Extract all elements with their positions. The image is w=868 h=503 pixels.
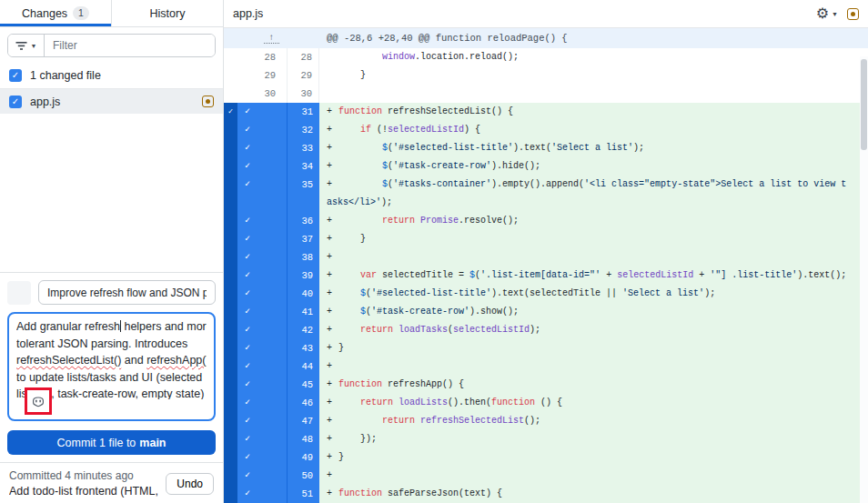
line-gutter[interactable]: ✓41 — [224, 303, 319, 321]
sidebar-tabs: Changes 1 History — [0, 0, 223, 27]
code-token: return — [360, 397, 393, 407]
new-line-number: 46 — [288, 394, 319, 412]
hunk-select-strip[interactable] — [224, 194, 237, 212]
hunk-select-strip[interactable]: ✓ — [224, 103, 237, 121]
hunk-select-strip[interactable] — [224, 430, 237, 448]
added-line-marker: + — [327, 467, 338, 485]
added-line-marker: + — [327, 430, 338, 448]
line-gutter[interactable]: ✓40 — [224, 285, 319, 303]
hunk-select-strip[interactable] — [224, 267, 237, 285]
line-include-checkbox[interactable]: ✓ — [237, 267, 288, 285]
line-include-checkbox[interactable]: ✓ — [237, 121, 288, 139]
hunk-select-strip[interactable] — [224, 212, 237, 230]
filter-input[interactable] — [45, 35, 215, 56]
line-gutter[interactable]: ✓47 — [224, 412, 319, 430]
line-include-checkbox[interactable]: ✓ — [237, 339, 288, 357]
gear-icon[interactable]: ⚙ — [816, 6, 829, 21]
code-token — [338, 288, 360, 298]
chevron-down-icon[interactable]: ▼ — [832, 11, 838, 17]
hunk-select-strip[interactable] — [224, 467, 237, 485]
avatar — [7, 281, 31, 305]
line-include-checkbox[interactable]: ✓ — [237, 467, 288, 485]
hunk-select-strip[interactable] — [224, 485, 237, 503]
hunk-select-strip[interactable] — [224, 248, 237, 267]
line-gutter[interactable]: ✓50 — [224, 467, 319, 485]
line-include-checkbox[interactable]: ✓ — [237, 212, 288, 230]
code-token: '"] .list-title' — [710, 270, 797, 280]
select-all-checkbox[interactable]: ✓ — [9, 69, 22, 82]
added-line-marker: + — [327, 139, 338, 157]
line-gutter[interactable]: ✓44 — [224, 357, 319, 376]
line-gutter[interactable]: ✓✓31 — [224, 103, 319, 121]
diff-scrollbar[interactable] — [860, 56, 868, 503]
line-include-checkbox[interactable]: ✓ — [237, 230, 288, 248]
scrollbar-thumb[interactable] — [861, 59, 867, 150]
hunk-select-strip[interactable] — [224, 230, 237, 248]
hunk-select-strip[interactable] — [224, 394, 237, 412]
line-include-checkbox[interactable]: ✓ — [237, 139, 288, 157]
code-line — [319, 85, 868, 103]
line-include-checkbox[interactable]: ✓ — [237, 357, 288, 376]
line-gutter[interactable]: ✓38 — [224, 248, 319, 267]
hunk-select-strip[interactable] — [224, 121, 237, 139]
line-include-checkbox[interactable]: ✓ — [237, 321, 288, 339]
line-include-checkbox[interactable]: ✓ — [237, 430, 288, 448]
filter-options-button[interactable]: ▼ — [8, 35, 45, 56]
misspelled-word: refreshSelectedList() — [16, 354, 121, 367]
code-line: + $('#task-create-row').hide(); — [319, 157, 868, 176]
line-include-checkbox[interactable]: ✓ — [237, 248, 288, 267]
hunk-select-strip[interactable] — [224, 321, 237, 339]
commit-button[interactable]: Commit 1 file to main — [7, 430, 216, 455]
line-include-checkbox[interactable]: ✓ — [237, 485, 288, 503]
hunk-select-strip[interactable] — [224, 412, 237, 430]
line-gutter: 3030 — [224, 85, 319, 103]
line-gutter[interactable]: ✓34 — [224, 157, 319, 176]
line-gutter[interactable]: ✓43 — [224, 339, 319, 357]
line-include-checkbox[interactable]: ✓ — [237, 376, 288, 394]
line-gutter[interactable]: ✓51 — [224, 485, 319, 503]
line-gutter[interactable]: ✓37 — [224, 230, 319, 248]
file-checkbox[interactable]: ✓ — [9, 96, 22, 108]
hunk-select-strip[interactable] — [224, 157, 237, 176]
hunk-select-strip[interactable] — [224, 139, 237, 157]
line-gutter[interactable]: ✓36 — [224, 212, 319, 230]
added-line-marker: + — [327, 448, 338, 467]
line-gutter[interactable]: ✓32 — [224, 121, 319, 139]
line-gutter[interactable]: ✓42 — [224, 321, 319, 339]
code-line: + } — [319, 230, 868, 248]
line-gutter[interactable]: ✓33 — [224, 139, 319, 157]
line-gutter[interactable]: ✓39 — [224, 267, 319, 285]
tab-changes[interactable]: Changes 1 — [0, 0, 111, 26]
commit-summary-input[interactable] — [38, 280, 216, 305]
line-include-checkbox[interactable]: ✓ — [237, 103, 288, 121]
changed-file-row[interactable]: ✓ app.js — [0, 89, 223, 114]
hunk-select-strip[interactable] — [224, 448, 237, 467]
hunk-select-strip[interactable] — [224, 357, 237, 376]
hunk-select-strip[interactable] — [224, 303, 237, 321]
line-include-checkbox[interactable]: ✓ — [237, 394, 288, 412]
copilot-button[interactable] — [28, 391, 48, 411]
undo-button[interactable]: Undo — [166, 473, 214, 495]
line-gutter[interactable] — [224, 194, 319, 212]
line-gutter[interactable]: ✓49 — [224, 448, 319, 467]
hunk-select-strip[interactable] — [224, 376, 237, 394]
code-line: +} — [319, 448, 868, 467]
line-include-checkbox[interactable]: ✓ — [237, 412, 288, 430]
tab-history[interactable]: History — [111, 0, 223, 26]
line-include-checkbox[interactable]: ✓ — [237, 176, 288, 194]
line-gutter[interactable]: ✓45 — [224, 376, 319, 394]
line-include-checkbox[interactable]: ✓ — [237, 303, 288, 321]
expand-hunk-icon[interactable]: ↑ — [264, 33, 278, 44]
hunk-select-strip[interactable] — [224, 339, 237, 357]
hunk-select-strip[interactable] — [224, 176, 237, 194]
line-gutter: 2828 — [224, 48, 319, 66]
line-gutter[interactable]: ✓48 — [224, 430, 319, 448]
hunk-select-strip[interactable] — [224, 285, 237, 303]
line-include-checkbox[interactable]: ✓ — [237, 285, 288, 303]
commit-description-box[interactable]: Add granular refresh helpers and moretol… — [7, 312, 216, 421]
line-gutter[interactable]: ✓35 — [224, 176, 319, 194]
line-gutter[interactable]: ✓46 — [224, 394, 319, 412]
line-include-checkbox[interactable]: ✓ — [237, 157, 288, 176]
line-include-checkbox[interactable]: ✓ — [237, 448, 288, 467]
code-token: ().then( — [448, 397, 491, 407]
